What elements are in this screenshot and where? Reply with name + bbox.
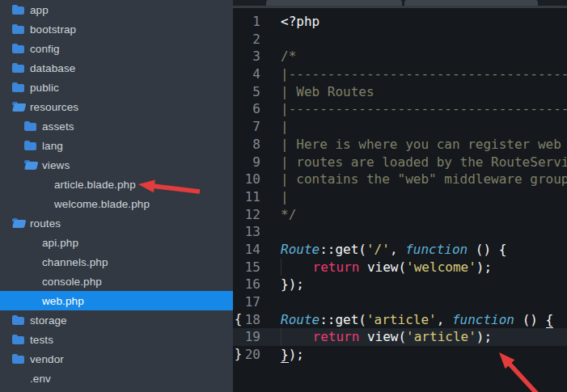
item-label: vendor: [30, 353, 64, 365]
folder-icon: [12, 83, 24, 92]
sidebar-item-config[interactable]: config: [0, 39, 233, 58]
file-tree-sidebar: appbootstrapconfigdatabasepublicresource…: [0, 0, 233, 392]
line-number: 17: [233, 293, 260, 311]
code-text: | routes are loaded by the RouteServiceP: [281, 154, 567, 171]
sidebar-item-database[interactable]: database: [0, 58, 233, 78]
code-line-16[interactable]: 16});: [233, 276, 567, 293]
line-number: 9: [233, 154, 260, 171]
inactive-tab[interactable]: [404, 0, 538, 6]
line-number: 7: [233, 118, 260, 136]
code-line-7[interactable]: 7|: [233, 118, 567, 136]
sidebar-item-lang[interactable]: lang: [0, 136, 233, 155]
line-number: 14: [233, 241, 260, 259]
folder-icon: [24, 122, 36, 131]
code-line-12[interactable]: 12*/: [233, 206, 567, 224]
code-line-3[interactable]: 3/*: [233, 48, 567, 65]
folder-icon: [24, 141, 36, 150]
item-label: public: [30, 82, 59, 94]
code-text: Route::get('/', function () {: [281, 241, 506, 259]
app-window: { "app": { "name": "code-editor", "theme…: [0, 0, 567, 392]
sidebar-item-views[interactable]: views: [0, 155, 233, 175]
sidebar-item-welcome-blade-php[interactable]: welcome.blade.php: [0, 194, 233, 213]
code-text: | Here is where you can register web rou: [281, 136, 567, 154]
sidebar-item-app[interactable]: app: [0, 0, 233, 19]
sidebar-item-vendor[interactable]: vendor: [0, 349, 233, 369]
code-text: |: [281, 188, 289, 206]
item-label: bootstrap: [30, 23, 76, 36]
line-number: 13: [233, 223, 260, 241]
sidebar-item-assets[interactable]: assets: [0, 116, 233, 136]
folder-open-icon: [12, 219, 24, 228]
line-number: 16: [233, 276, 260, 293]
code-line-4[interactable]: 4|--------------------------------------…: [233, 65, 567, 83]
item-label: database: [30, 62, 75, 74]
code-text: |---------------------------------------…: [281, 65, 567, 83]
code-view[interactable]: 1<?php23/*4|----------------------------…: [233, 13, 567, 364]
code-line-10[interactable]: 10| contains the "web" middleware group.…: [233, 171, 567, 188]
code-line-5[interactable]: 5| Web Routes: [233, 83, 567, 101]
code-line-9[interactable]: 9| routes are loaded by the RouteService…: [233, 154, 567, 171]
code-text: });: [281, 346, 304, 364]
sidebar-item-channels-php[interactable]: channels.php: [0, 252, 233, 272]
line-number: 12: [233, 206, 260, 224]
sidebar-item-storage[interactable]: storage: [0, 310, 233, 330]
folder-icon: [12, 335, 24, 344]
item-label: config: [30, 43, 60, 55]
line-number: 10: [233, 171, 260, 188]
folder-icon: [12, 25, 24, 34]
code-line-15[interactable]: 15 return view('welcome');: [233, 259, 567, 276]
item-label: tests: [30, 334, 53, 346]
code-line-1[interactable]: 1<?php: [233, 13, 567, 31]
code-line-17[interactable]: 17: [233, 293, 567, 311]
item-label: app: [30, 4, 49, 16]
inactive-tab[interactable]: [266, 0, 402, 6]
code-text: <?php: [281, 13, 319, 31]
sidebar-item-web-php[interactable]: web.php: [0, 291, 233, 310]
item-label: resources: [30, 101, 78, 113]
line-number: 18: [233, 311, 260, 329]
code-line-8[interactable]: 8| Here is where you can register web ro…: [233, 136, 567, 154]
sidebar-item-tests[interactable]: tests: [0, 330, 233, 349]
code-line-20[interactable]: }20});: [233, 346, 567, 364]
line-number: 3: [233, 48, 260, 65]
line-number: 4: [233, 65, 260, 83]
code-text: | Web Routes: [281, 83, 374, 101]
tab-bar: [233, 0, 567, 8]
code-line-13[interactable]: 13: [233, 223, 567, 241]
folder-icon: [12, 355, 24, 364]
folder-icon: [12, 316, 24, 325]
code-text: return view('article');: [281, 328, 492, 346]
item-label: api.php: [42, 237, 78, 249]
item-label: routes: [30, 217, 61, 230]
line-number: 11: [233, 188, 260, 206]
line-number: 15: [233, 259, 260, 276]
sidebar-item-api-php[interactable]: api.php: [0, 233, 233, 252]
item-label: views: [42, 159, 70, 171]
sidebar-item-console-php[interactable]: console.php: [0, 272, 233, 291]
code-line-2[interactable]: 2: [233, 31, 567, 48]
sidebar-item--env[interactable]: .env: [0, 369, 233, 388]
folder-icon: [12, 6, 24, 15]
sidebar-item-resources[interactable]: resources: [0, 97, 233, 116]
item-label: article.blade.php: [54, 179, 136, 191]
code-line-11[interactable]: 11|: [233, 188, 567, 206]
editor-pane: 1<?php23/*4|----------------------------…: [233, 0, 567, 392]
code-line-6[interactable]: 6|--------------------------------------…: [233, 100, 567, 118]
code-text: |: [281, 118, 289, 136]
item-label: assets: [42, 120, 74, 133]
item-label: console.php: [42, 276, 102, 288]
folder-icon: [12, 44, 24, 53]
sidebar-item-routes[interactable]: routes: [0, 213, 233, 233]
folder-open-icon: [24, 161, 36, 170]
sidebar-item-article-blade-php[interactable]: article.blade.php: [0, 175, 233, 194]
sidebar-item-bootstrap[interactable]: bootstrap: [0, 19, 233, 39]
item-label: lang: [42, 140, 63, 152]
folder-icon: [12, 64, 24, 73]
code-text: Route::get('article', function () {: [281, 311, 553, 329]
sidebar-item-public[interactable]: public: [0, 78, 233, 97]
line-number: 6: [233, 100, 260, 118]
code-line-18[interactable]: {18Route::get('article', function () {: [233, 311, 567, 329]
line-number: 1: [233, 13, 260, 31]
code-line-19[interactable]: 19 return view('article');: [233, 328, 567, 346]
code-line-14[interactable]: 14Route::get('/', function () {: [233, 241, 567, 259]
